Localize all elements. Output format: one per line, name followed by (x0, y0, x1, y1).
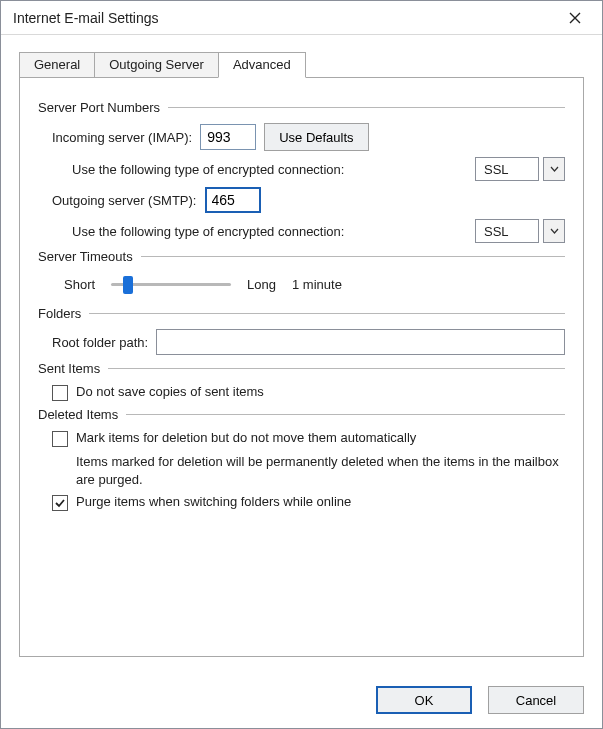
deletion-info-text: Items marked for deletion will be perman… (76, 453, 565, 488)
mark-for-deletion-checkbox[interactable] (52, 431, 68, 447)
outgoing-encryption-row: Use the following type of encrypted conn… (72, 219, 565, 243)
group-sent-items: Sent Items (38, 361, 565, 376)
group-server-port-numbers: Server Port Numbers (38, 100, 565, 115)
outgoing-server-row: Outgoing server (SMTP): (52, 187, 565, 213)
dialog-buttons: OK Cancel (1, 676, 602, 728)
check-icon (54, 497, 66, 509)
window-title: Internet E-mail Settings (13, 10, 159, 26)
incoming-encryption-value: SSL (475, 157, 539, 181)
tab-general[interactable]: General (19, 52, 95, 77)
tab-strip: General Outgoing Server Advanced (19, 49, 584, 77)
divider (108, 368, 565, 369)
root-folder-row: Root folder path: (52, 329, 565, 355)
close-icon (569, 12, 581, 24)
tab-panel-advanced: Server Port Numbers Incoming server (IMA… (19, 77, 584, 657)
mark-for-deletion-row: Mark items for deletion but do not move … (52, 430, 565, 447)
incoming-encryption-select[interactable]: SSL (475, 157, 565, 181)
ok-button[interactable]: OK (376, 686, 472, 714)
encryption-label: Use the following type of encrypted conn… (72, 162, 344, 177)
use-defaults-button[interactable]: Use Defaults (264, 123, 368, 151)
timeout-long-label: Long (247, 277, 276, 292)
timeout-short-label: Short (64, 277, 95, 292)
incoming-port-input[interactable] (200, 124, 256, 150)
divider (141, 256, 565, 257)
outgoing-encryption-dropdown-button[interactable] (543, 219, 565, 243)
divider (126, 414, 565, 415)
outgoing-port-input[interactable] (205, 187, 261, 213)
timeout-slider-row: Short Long 1 minute (64, 272, 565, 296)
dialog-window: Internet E-mail Settings General Outgoin… (0, 0, 603, 729)
divider (89, 313, 565, 314)
content-area: General Outgoing Server Advanced Server … (1, 35, 602, 676)
group-label: Server Port Numbers (38, 100, 168, 115)
chevron-down-icon (550, 166, 559, 172)
group-server-timeouts: Server Timeouts (38, 249, 565, 264)
root-folder-input[interactable] (156, 329, 565, 355)
cancel-button[interactable]: Cancel (488, 686, 584, 714)
incoming-encryption-dropdown-button[interactable] (543, 157, 565, 181)
tab-advanced[interactable]: Advanced (218, 52, 306, 78)
outgoing-encryption-select[interactable]: SSL (475, 219, 565, 243)
tab-outgoing-server[interactable]: Outgoing Server (94, 52, 219, 77)
titlebar: Internet E-mail Settings (1, 1, 602, 35)
mark-for-deletion-label: Mark items for deletion but do not move … (76, 430, 416, 445)
do-not-save-checkbox[interactable] (52, 385, 68, 401)
chevron-down-icon (550, 228, 559, 234)
encryption-label: Use the following type of encrypted conn… (72, 224, 344, 239)
root-folder-label: Root folder path: (52, 335, 148, 350)
outgoing-server-label: Outgoing server (SMTP): (52, 193, 197, 208)
group-label: Server Timeouts (38, 249, 141, 264)
incoming-server-row: Incoming server (IMAP): Use Defaults (52, 123, 565, 151)
do-not-save-row: Do not save copies of sent items (52, 384, 565, 401)
group-folders: Folders (38, 306, 565, 321)
group-label: Folders (38, 306, 89, 321)
outgoing-encryption-value: SSL (475, 219, 539, 243)
timeout-slider[interactable] (111, 272, 231, 296)
close-button[interactable] (558, 4, 592, 32)
purge-row: Purge items when switching folders while… (52, 494, 565, 511)
purge-checkbox[interactable] (52, 495, 68, 511)
divider (168, 107, 565, 108)
group-deleted-items: Deleted Items (38, 407, 565, 422)
group-label: Sent Items (38, 361, 108, 376)
slider-thumb[interactable] (123, 276, 133, 294)
do-not-save-label: Do not save copies of sent items (76, 384, 264, 399)
incoming-encryption-row: Use the following type of encrypted conn… (72, 157, 565, 181)
incoming-server-label: Incoming server (IMAP): (52, 130, 192, 145)
group-label: Deleted Items (38, 407, 126, 422)
timeout-value: 1 minute (292, 277, 342, 292)
purge-label: Purge items when switching folders while… (76, 494, 351, 509)
